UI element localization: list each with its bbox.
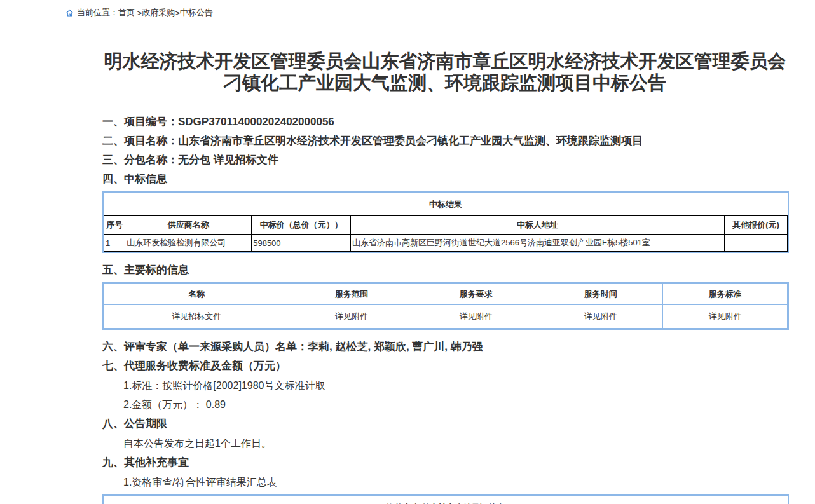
announcement-content: 一、项目编号：SDGP370114000202402000056 二、项目名称：… (102, 115, 789, 504)
agency-fee-amount: 2.金额（万元）： 0.89 (123, 398, 789, 411)
subject-cell-time: 详见附件 (538, 305, 663, 329)
breadcrumb-current: 中标公告 (180, 7, 213, 18)
award-col-price: 中标价（总价（元）） (252, 216, 351, 235)
breadcrumb-label: 当前位置： (77, 7, 118, 18)
subject-cell-requirement: 详见附件 (414, 305, 538, 329)
project-number-label: 一、项目编号： (102, 116, 178, 128)
subject-table-header-row: 名称 服务范围 服务要求 服务时间 服务标准 (104, 284, 788, 305)
award-table-header-row: 序号 供应商名称 中标价（总价（元）） 中标人地址 其他报价(元) (104, 216, 788, 235)
subject-col-time: 服务时间 (538, 284, 663, 305)
section-project-number: 一、项目编号：SDGP370114000202402000056 (102, 115, 789, 129)
section-subject-heading: 五、主要标的信息 (102, 263, 789, 277)
section-notice-period-heading: 八、公告期限 (102, 417, 789, 431)
subject-col-standard: 服务标准 (663, 284, 788, 305)
award-cell-price: 598500 (252, 235, 351, 252)
award-col-index: 序号 (104, 216, 125, 235)
breadcrumb-category-link[interactable]: 政府采购 (142, 7, 175, 18)
award-col-address: 中标人地址 (351, 216, 725, 235)
award-cell-other-quote (725, 235, 788, 252)
subject-cell-name: 详见招标文件 (104, 305, 289, 329)
subject-table-data-row: 详见招标文件 详见附件 详见附件 详见附件 详见附件 (104, 305, 788, 329)
section-package-name: 三、分包名称：无分包 详见招标文件 (102, 153, 789, 167)
breadcrumb-separator: > (135, 8, 142, 18)
award-table-data-row: 1 山东环发检验检测有限公司 598500 山东省济南市高新区巨野河街道世纪大道… (104, 235, 788, 252)
other-matters-item: 1.资格审查/符合性评审结果汇总表 (123, 475, 789, 489)
subject-info-table: 名称 服务范围 服务要求 服务时间 服务标准 详见招标文件 详见附件 详见附件 … (102, 282, 789, 330)
award-result-table: 中标结果 序号 供应商名称 中标价（总价（元）） 中标人地址 其他报价(元) 1… (102, 191, 789, 253)
breadcrumb-separator: > (175, 8, 180, 18)
home-icon[interactable] (65, 9, 74, 17)
section-experts: 六、评审专家（单一来源采购人员）名单：李莉, 赵松芝, 郑颖欣, 曹广川, 韩乃… (102, 340, 789, 354)
subject-col-scope: 服务范围 (289, 284, 414, 305)
project-name-value: 山东省济南市章丘区明水经济技术开发区管理委员会刁镇化工产业园大气监测、环境跟踪监… (178, 135, 643, 147)
project-name-label: 二、项目名称： (102, 135, 178, 147)
breadcrumb-home-link[interactable]: 首页 (118, 7, 135, 18)
award-col-other-quote: 其他报价(元) (725, 216, 788, 235)
announcement-panel: 明水经济技术开发区管理委员会山东省济南市章丘区明水经济技术开发区管理委员会刁镇化… (65, 27, 815, 504)
award-cell-address: 山东省济南市高新区巨野河街道世纪大道2566号济南迪亚双创产业园F栋5楼501室 (351, 235, 725, 252)
award-table-caption: 中标结果 (104, 193, 788, 215)
award-cell-index: 1 (104, 235, 125, 252)
page-title: 明水经济技术开发区管理委员会山东省济南市章丘区明水经济技术开发区管理委员会刁镇化… (98, 50, 792, 93)
agency-fee-standard: 1.标准：按照计价格[2002]1980号文标准计取 (123, 379, 789, 392)
package-name-value: 无分包 详见招标文件 (178, 154, 278, 166)
notice-period-body: 自本公告发布之日起1个工作日。 (123, 437, 789, 450)
breadcrumb: 当前位置：首页 >政府采购>中标公告 (65, 7, 213, 18)
subject-cell-scope: 详见附件 (289, 305, 414, 329)
review-table-caption: 资格审查/符合性审查结果汇总表 (104, 496, 788, 504)
subject-cell-standard: 详见附件 (663, 305, 788, 329)
award-col-supplier: 供应商名称 (125, 216, 252, 235)
section-other-matters-heading: 九、其他补充事宜 (102, 456, 789, 470)
experts-names: 李莉, 赵松芝, 郑颖欣, 曹广川, 韩乃强 (308, 341, 483, 353)
subject-col-name: 名称 (104, 284, 289, 305)
package-name-label: 三、分包名称： (102, 154, 178, 166)
section-project-name: 二、项目名称：山东省济南市章丘区明水经济技术开发区管理委员会刁镇化工产业园大气监… (102, 134, 789, 148)
subject-col-requirement: 服务要求 (414, 284, 538, 305)
section-agency-fee-heading: 七、代理服务收费标准及金额（万元） (102, 359, 789, 373)
award-cell-supplier: 山东环发检验检测有限公司 (125, 235, 252, 252)
experts-label: 六、评审专家（单一来源采购人员）名单： (102, 341, 308, 353)
section-award-info-heading: 四、中标信息 (102, 172, 789, 186)
qualification-review-table: 资格审查/符合性审查结果汇总表 序号 投标人名称 审查结果 (102, 494, 789, 504)
project-number-value: SDGP370114000202402000056 (178, 116, 334, 128)
